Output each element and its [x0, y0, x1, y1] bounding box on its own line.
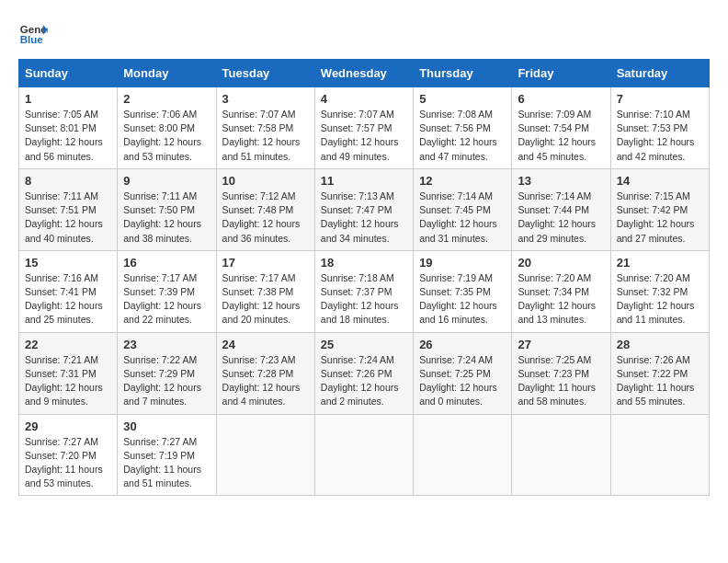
- calendar-cell: 1Sunrise: 7:05 AMSunset: 8:01 PMDaylight…: [19, 87, 118, 169]
- day-number: 16: [123, 256, 210, 270]
- calendar-cell: 4Sunrise: 7:07 AMSunset: 7:57 PMDaylight…: [314, 87, 413, 169]
- calendar-cell: 5Sunrise: 7:08 AMSunset: 7:56 PMDaylight…: [414, 87, 512, 169]
- calendar-cell: 29Sunrise: 7:27 AMSunset: 7:20 PMDayligh…: [19, 414, 118, 496]
- day-number: 30: [123, 419, 210, 433]
- day-number: 19: [419, 256, 506, 270]
- day-number: 9: [123, 174, 210, 188]
- cell-info: Sunrise: 7:11 AMSunset: 7:51 PMDaylight:…: [25, 190, 111, 246]
- weekday-header-friday: Friday: [512, 60, 610, 87]
- weekday-header-tuesday: Tuesday: [216, 60, 314, 87]
- calendar-week-1: 1Sunrise: 7:05 AMSunset: 8:01 PMDaylight…: [19, 87, 710, 169]
- cell-info: Sunrise: 7:17 AMSunset: 7:38 PMDaylight:…: [222, 271, 309, 327]
- cell-info: Sunrise: 7:25 AMSunset: 7:23 PMDaylight:…: [518, 353, 604, 409]
- calendar-cell: [610, 414, 709, 496]
- cell-info: Sunrise: 7:23 AMSunset: 7:28 PMDaylight:…: [222, 353, 309, 409]
- day-number: 13: [518, 174, 604, 188]
- cell-info: Sunrise: 7:16 AMSunset: 7:41 PMDaylight:…: [25, 271, 111, 327]
- weekday-header-thursday: Thursday: [414, 60, 512, 87]
- calendar-week-4: 22Sunrise: 7:21 AMSunset: 7:31 PMDayligh…: [19, 332, 710, 414]
- calendar-cell: 13Sunrise: 7:14 AMSunset: 7:44 PMDayligh…: [512, 168, 610, 250]
- day-number: 18: [321, 256, 407, 270]
- cell-info: Sunrise: 7:24 AMSunset: 7:26 PMDaylight:…: [321, 353, 407, 409]
- calendar-cell: 20Sunrise: 7:20 AMSunset: 7:34 PMDayligh…: [512, 250, 610, 332]
- calendar-cell: [512, 414, 610, 496]
- calendar-cell: 17Sunrise: 7:17 AMSunset: 7:38 PMDayligh…: [216, 250, 314, 332]
- day-number: 8: [25, 174, 111, 188]
- weekday-header-monday: Monday: [118, 60, 216, 87]
- cell-info: Sunrise: 7:10 AMSunset: 7:53 PMDaylight:…: [617, 108, 703, 164]
- cell-info: Sunrise: 7:22 AMSunset: 7:29 PMDaylight:…: [123, 353, 210, 409]
- day-number: 12: [419, 174, 506, 188]
- calendar-table: SundayMondayTuesdayWednesdayThursdayFrid…: [18, 59, 710, 496]
- weekday-header-sunday: Sunday: [19, 60, 118, 87]
- cell-info: Sunrise: 7:17 AMSunset: 7:39 PMDaylight:…: [123, 271, 210, 327]
- calendar-cell: 11Sunrise: 7:13 AMSunset: 7:47 PMDayligh…: [314, 168, 413, 250]
- logo: General Blue: [18, 18, 48, 48]
- day-number: 11: [321, 174, 407, 188]
- day-number: 17: [222, 256, 309, 270]
- day-number: 10: [222, 174, 309, 188]
- calendar-cell: 21Sunrise: 7:20 AMSunset: 7:32 PMDayligh…: [610, 250, 709, 332]
- calendar-cell: 22Sunrise: 7:21 AMSunset: 7:31 PMDayligh…: [19, 332, 118, 414]
- calendar-cell: [314, 414, 413, 496]
- calendar-cell: 8Sunrise: 7:11 AMSunset: 7:51 PMDaylight…: [19, 168, 118, 250]
- day-number: 24: [222, 338, 309, 351]
- cell-info: Sunrise: 7:26 AMSunset: 7:22 PMDaylight:…: [617, 353, 703, 409]
- calendar-week-2: 8Sunrise: 7:11 AMSunset: 7:51 PMDaylight…: [19, 168, 710, 250]
- cell-info: Sunrise: 7:24 AMSunset: 7:25 PMDaylight:…: [419, 353, 506, 409]
- cell-info: Sunrise: 7:27 AMSunset: 7:19 PMDaylight:…: [123, 435, 210, 491]
- cell-info: Sunrise: 7:07 AMSunset: 7:57 PMDaylight:…: [321, 108, 407, 164]
- day-number: 15: [25, 256, 111, 270]
- cell-info: Sunrise: 7:14 AMSunset: 7:45 PMDaylight:…: [419, 190, 506, 246]
- calendar-cell: 10Sunrise: 7:12 AMSunset: 7:48 PMDayligh…: [216, 168, 314, 250]
- svg-text:Blue: Blue: [20, 34, 44, 45]
- calendar-cell: 27Sunrise: 7:25 AMSunset: 7:23 PMDayligh…: [512, 332, 610, 414]
- calendar-cell: 18Sunrise: 7:18 AMSunset: 7:37 PMDayligh…: [314, 250, 413, 332]
- day-number: 2: [123, 92, 210, 106]
- day-number: 6: [518, 92, 604, 106]
- day-number: 3: [222, 92, 309, 106]
- day-number: 28: [617, 338, 703, 351]
- day-number: 7: [617, 92, 703, 106]
- cell-info: Sunrise: 7:05 AMSunset: 8:01 PMDaylight:…: [25, 108, 111, 164]
- cell-info: Sunrise: 7:20 AMSunset: 7:32 PMDaylight:…: [617, 271, 703, 327]
- day-number: 20: [518, 256, 604, 270]
- calendar-cell: 28Sunrise: 7:26 AMSunset: 7:22 PMDayligh…: [610, 332, 709, 414]
- calendar-cell: 9Sunrise: 7:11 AMSunset: 7:50 PMDaylight…: [118, 168, 216, 250]
- day-number: 23: [123, 338, 210, 351]
- cell-info: Sunrise: 7:14 AMSunset: 7:44 PMDaylight:…: [518, 190, 604, 246]
- calendar-cell: 6Sunrise: 7:09 AMSunset: 7:54 PMDaylight…: [512, 87, 610, 169]
- cell-info: Sunrise: 7:18 AMSunset: 7:37 PMDaylight:…: [321, 271, 407, 327]
- day-number: 27: [518, 338, 604, 351]
- calendar-cell: 3Sunrise: 7:07 AMSunset: 7:58 PMDaylight…: [216, 87, 314, 169]
- calendar-cell: [216, 414, 314, 496]
- cell-info: Sunrise: 7:08 AMSunset: 7:56 PMDaylight:…: [419, 108, 506, 164]
- day-number: 25: [321, 338, 407, 351]
- day-number: 5: [419, 92, 506, 106]
- cell-info: Sunrise: 7:15 AMSunset: 7:42 PMDaylight:…: [617, 190, 703, 246]
- logo-icon: General Blue: [18, 18, 48, 48]
- cell-info: Sunrise: 7:09 AMSunset: 7:54 PMDaylight:…: [518, 108, 604, 164]
- day-number: 21: [617, 256, 703, 270]
- calendar-cell: 7Sunrise: 7:10 AMSunset: 7:53 PMDaylight…: [610, 87, 709, 169]
- cell-info: Sunrise: 7:19 AMSunset: 7:35 PMDaylight:…: [419, 271, 506, 327]
- calendar-week-5: 29Sunrise: 7:27 AMSunset: 7:20 PMDayligh…: [19, 414, 710, 496]
- cell-info: Sunrise: 7:06 AMSunset: 8:00 PMDaylight:…: [123, 108, 210, 164]
- calendar-week-3: 15Sunrise: 7:16 AMSunset: 7:41 PMDayligh…: [19, 250, 710, 332]
- cell-info: Sunrise: 7:11 AMSunset: 7:50 PMDaylight:…: [123, 190, 210, 246]
- cell-info: Sunrise: 7:20 AMSunset: 7:34 PMDaylight:…: [518, 271, 604, 327]
- calendar-cell: 24Sunrise: 7:23 AMSunset: 7:28 PMDayligh…: [216, 332, 314, 414]
- calendar-cell: 23Sunrise: 7:22 AMSunset: 7:29 PMDayligh…: [118, 332, 216, 414]
- cell-info: Sunrise: 7:13 AMSunset: 7:47 PMDaylight:…: [321, 190, 407, 246]
- day-number: 26: [419, 338, 506, 351]
- calendar-cell: 19Sunrise: 7:19 AMSunset: 7:35 PMDayligh…: [414, 250, 512, 332]
- weekday-header-wednesday: Wednesday: [314, 60, 413, 87]
- cell-info: Sunrise: 7:07 AMSunset: 7:58 PMDaylight:…: [222, 108, 309, 164]
- cell-info: Sunrise: 7:12 AMSunset: 7:48 PMDaylight:…: [222, 190, 309, 246]
- cell-info: Sunrise: 7:21 AMSunset: 7:31 PMDaylight:…: [25, 353, 111, 409]
- day-number: 14: [617, 174, 703, 188]
- day-number: 29: [25, 419, 111, 433]
- calendar-cell: 15Sunrise: 7:16 AMSunset: 7:41 PMDayligh…: [19, 250, 118, 332]
- calendar-cell: 14Sunrise: 7:15 AMSunset: 7:42 PMDayligh…: [610, 168, 709, 250]
- calendar-cell: 2Sunrise: 7:06 AMSunset: 8:00 PMDaylight…: [118, 87, 216, 169]
